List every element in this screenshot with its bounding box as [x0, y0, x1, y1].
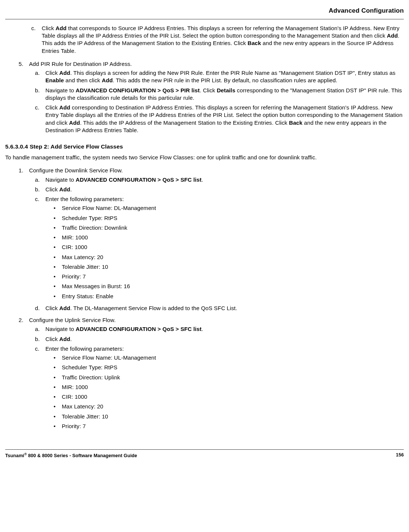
- step-2-uplink: 2. Configure the Uplink Service Flow. a.…: [19, 316, 404, 434]
- param-item: •Priority: 7: [54, 273, 404, 280]
- param-item: •Tolerable Jitter: 10: [54, 263, 404, 271]
- uplink-a: a. Navigate to ADVANCED CONFIGURATION > …: [35, 325, 404, 333]
- uplink-c: c. Enter the following parameters: •Serv…: [35, 345, 404, 432]
- param-item: •MIR: 1000: [54, 383, 404, 391]
- downlink-c: c. Enter the following parameters: •Serv…: [35, 195, 404, 302]
- param-item: •Scheduler Type: RtPS: [54, 214, 404, 222]
- marker: c.: [31, 25, 42, 55]
- downlink-subs: a. Navigate to ADVANCED CONFIGURATION > …: [29, 176, 404, 312]
- param-item: •CIR: 1000: [54, 243, 404, 251]
- prior-substeps: c. Click Add that corresponds to Source …: [25, 25, 404, 55]
- param-item: •Max Latency: 20: [54, 403, 404, 410]
- param-item: •Service Flow Name: DL-Management: [54, 204, 404, 212]
- param-item: •Priority: 7: [54, 423, 404, 430]
- step5-c: c. Click Add corresponding to Destinatio…: [35, 104, 404, 134]
- uplink-subs: a. Navigate to ADVANCED CONFIGURATION > …: [29, 325, 404, 432]
- marker: 5.: [19, 60, 29, 136]
- header-text: Advanced Configuration: [329, 7, 404, 14]
- section-intro: To handle management traffic, the system…: [5, 154, 404, 161]
- downlink-d: d. Click Add. The DL-Management Service …: [35, 305, 404, 312]
- uplink-b: b. Click Add.: [35, 335, 404, 343]
- param-item: •Tolerable Jitter: 10: [54, 413, 404, 420]
- param-item: •Scheduler Type: RtPS: [54, 364, 404, 371]
- page-footer: Tsunami® 800 & 8000 Series - Software Ma…: [5, 449, 404, 459]
- downlink-a: a. Navigate to ADVANCED CONFIGURATION > …: [35, 176, 404, 184]
- step-text: Add PIR Rule for Destination IP Address.…: [29, 60, 404, 136]
- param-item: •MIR: 1000: [54, 234, 404, 241]
- param-item: •Service Flow Name: UL-Management: [54, 354, 404, 361]
- header-rule: [5, 19, 404, 19]
- param-item: •Max Latency: 20: [54, 254, 404, 261]
- section-heading: 5.6.3.0.4 Step 2: Add Service Flow Class…: [5, 143, 404, 151]
- step5-b: b. Navigate to ADVANCED CONFIGURATION > …: [35, 87, 404, 102]
- top-steps: 5. Add PIR Rule for Destination IP Addre…: [19, 60, 404, 136]
- page-number: 156: [396, 452, 404, 459]
- downlink-params: •Service Flow Name: DL-Management •Sched…: [45, 204, 404, 300]
- step-5: 5. Add PIR Rule for Destination IP Addre…: [19, 60, 404, 136]
- page-header: Advanced Configuration: [5, 7, 404, 19]
- substep-c-source-ip: c. Click Add that corresponds to Source …: [31, 25, 404, 55]
- param-item: •Traffic Direction: Uplink: [54, 374, 404, 381]
- param-item: •Max Messages in Burst: 16: [54, 283, 404, 290]
- param-item: •CIR: 1000: [54, 393, 404, 401]
- param-item: •Entry Status: Enable: [54, 293, 404, 300]
- registered-mark: ®: [24, 452, 27, 456]
- param-item: •Traffic Direction: Downlink: [54, 224, 404, 232]
- substep-text: Click Add that corresponds to Source IP …: [42, 25, 404, 55]
- downlink-b: b. Click Add.: [35, 186, 404, 193]
- step5-a: a. Click Add. This displays a screen for…: [35, 69, 404, 85]
- footer-left: Tsunami® 800 & 8000 Series - Software Ma…: [5, 452, 137, 459]
- step-1-downlink: 1. Configure the Downlink Service Flow. …: [19, 167, 404, 314]
- step5-subs: a. Click Add. This displays a screen for…: [29, 69, 404, 134]
- uplink-params: •Service Flow Name: UL-Management •Sched…: [45, 354, 404, 430]
- sfc-steps: 1. Configure the Downlink Service Flow. …: [19, 167, 404, 434]
